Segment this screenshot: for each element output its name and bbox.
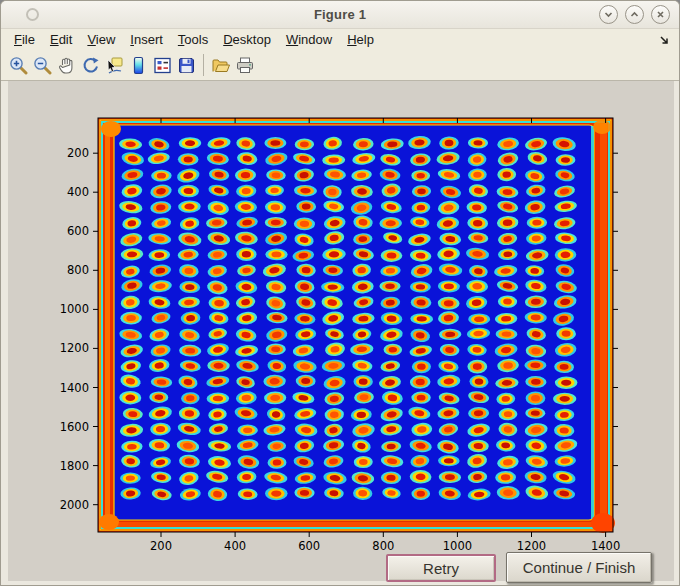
pan-hand-icon: [57, 56, 76, 75]
array-spot: [524, 359, 546, 371]
zoom-out-icon: [33, 56, 52, 75]
chevron-down-icon: [604, 10, 613, 19]
data-cursor-icon: [105, 56, 124, 75]
print-icon: [235, 56, 255, 75]
colorbar-icon: [129, 56, 148, 75]
toolbar-separator: [203, 54, 204, 76]
close-x-icon: [656, 10, 665, 19]
array-spot: [236, 247, 256, 261]
y-tick-label: 2000: [60, 498, 89, 512]
x-tick-label: 1000: [443, 539, 472, 553]
colorbar-button[interactable]: [126, 53, 150, 78]
x-tick-label: 1400: [591, 539, 620, 553]
menu-item-file[interactable]: File: [14, 32, 35, 47]
y-tick-label: 800: [67, 263, 89, 277]
maximize-button[interactable]: [625, 5, 644, 24]
menu-item-window[interactable]: Window: [286, 32, 332, 47]
y-tick-label: 600: [67, 224, 89, 238]
dock-figure-arrow-icon[interactable]: [659, 34, 670, 49]
open-folder-icon: [211, 56, 231, 75]
array-spot: [296, 375, 316, 388]
y-tick-label: 1600: [60, 420, 89, 434]
x-tick-label: 800: [372, 539, 394, 553]
array-spot: [178, 153, 199, 165]
minimize-button[interactable]: [599, 5, 618, 24]
retry-button[interactable]: Retry: [386, 554, 496, 582]
insert-legend-button[interactable]: [150, 53, 174, 78]
menu-item-insert[interactable]: Insert: [130, 32, 163, 47]
menu-item-help[interactable]: Help: [347, 32, 374, 47]
figure-plot: 2004006008001000120014002004006008001000…: [8, 81, 674, 581]
save-button[interactable]: [174, 53, 198, 78]
array-spot: [379, 281, 400, 292]
y-tick-label: 1000: [60, 302, 89, 316]
array-spot: [468, 313, 490, 325]
zoom-out-button[interactable]: [30, 53, 54, 78]
rotate-3d-button[interactable]: [78, 53, 102, 78]
menu-item-view[interactable]: View: [87, 32, 115, 47]
x-tick-label: 200: [150, 539, 172, 553]
zoom-in-icon: [9, 56, 28, 75]
y-tick-label: 400: [67, 185, 89, 199]
close-button[interactable]: [651, 5, 670, 24]
titlebar[interactable]: Figure 1: [1, 1, 679, 29]
y-tick-label: 200: [67, 146, 89, 160]
array-spot: [265, 487, 288, 500]
array-spot: [264, 137, 286, 149]
window-controls: [599, 5, 670, 24]
pan-button[interactable]: [54, 53, 78, 78]
continue-finish-button[interactable]: Continue / Finish: [506, 552, 652, 583]
array-spot: [381, 249, 403, 262]
menu-item-edit[interactable]: Edit: [50, 32, 72, 47]
array-spot: [553, 393, 576, 405]
print-button[interactable]: [233, 53, 257, 78]
y-tick-label: 1800: [60, 459, 89, 473]
figure-canvas: 2004006008001000120014002004006008001000…: [8, 81, 674, 581]
menu-item-desktop[interactable]: Desktop: [223, 32, 271, 47]
data-cursor-button[interactable]: [102, 53, 126, 78]
chevron-up-icon: [630, 10, 639, 19]
window-title: Figure 1: [1, 7, 679, 22]
menu-item-tools[interactable]: Tools: [178, 32, 208, 47]
array-spot: [467, 360, 487, 374]
figure-window: Figure 1 FileEditViewInsertToolsDesktopW…: [0, 0, 680, 586]
rotate-3d-icon: [81, 56, 100, 75]
menubar: FileEditViewInsertToolsDesktopWindowHelp: [1, 29, 679, 50]
insert-legend-icon: [153, 56, 172, 75]
y-tick-label: 1200: [60, 341, 89, 355]
x-tick-label: 400: [224, 539, 246, 553]
toolbar: [1, 50, 679, 81]
zoom-in-button[interactable]: [6, 53, 30, 78]
open-folder-button[interactable]: [209, 53, 233, 78]
array-spot: [265, 217, 287, 228]
y-tick-label: 1400: [60, 381, 89, 395]
x-tick-label: 1200: [517, 539, 546, 553]
microarray-image: [98, 118, 615, 533]
x-tick-label: 600: [298, 539, 320, 553]
save-icon: [177, 56, 196, 75]
